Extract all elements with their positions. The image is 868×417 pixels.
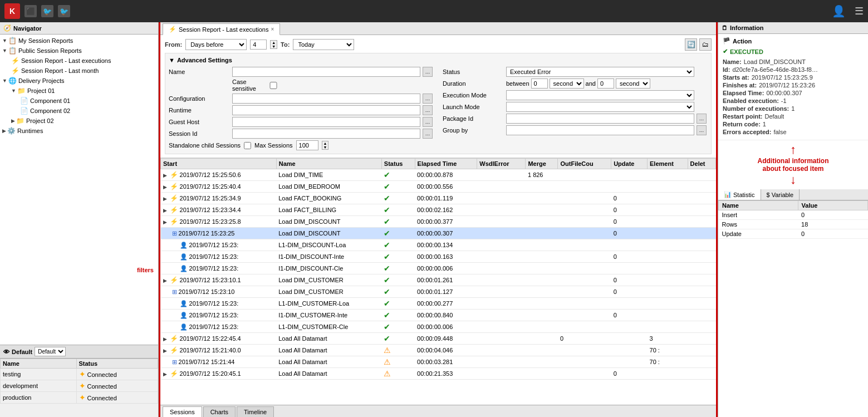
expand-button[interactable]: ▶ [163, 219, 167, 225]
sidebar-item-delivery-projects[interactable]: ▼ 🌐 Delivery Projects [0, 76, 158, 86]
max-sessions-spinner[interactable]: ▲ ▼ [322, 141, 329, 150]
table-row[interactable]: ▶ ⚡ 2019/07/12 15:23:10.1 Load DIM_CUSTO… [161, 274, 716, 286]
package-id-input[interactable] [506, 114, 694, 124]
name-input[interactable] [232, 67, 420, 77]
table-row[interactable]: 👤 2019/07/12 15:23: L1-DIM_CUSTOMER-Cle … [161, 321, 716, 333]
standalone-checkbox[interactable] [244, 142, 251, 149]
sidebar-item-my-session-reports[interactable]: ▼ 📋 My Session Reports [0, 36, 158, 46]
table-row[interactable]: ▶ ⚡ 2019/07/12 15:23:34.4 Load FACT_BILL… [161, 204, 716, 216]
menu-icon[interactable]: ☰ [855, 5, 864, 17]
configuration-input[interactable] [232, 94, 420, 104]
from-select[interactable]: Days before Today Yesterday [185, 39, 247, 50]
duration-from-input[interactable] [531, 79, 548, 89]
sidebar-item-session-report-last-exec[interactable]: ⚡ Session Report - Last executions [0, 56, 158, 66]
session-report-tab[interactable]: ⚡ Session Report - Last executions × [163, 23, 280, 35]
cell-outfile: 0 [558, 333, 611, 345]
second-select-to[interactable]: second minute [616, 79, 650, 89]
table-row[interactable]: 👤 2019/07/12 15:23: L1-DIM_DISCOUNT-Loa … [161, 239, 716, 251]
spin-up[interactable]: ▲ [271, 41, 277, 45]
spin-down[interactable]: ▼ [322, 145, 328, 149]
table-row[interactable]: ▶ ⚡ 2019/07/12 15:21:40.0 Load All Datam… [161, 345, 716, 356]
table-row[interactable]: 👤 2019/07/12 15:23: I1-DIM_DISCOUNT-Inte… [161, 251, 716, 263]
table-row[interactable]: ▶ ⚡ 2019/07/12 15:25:50.6 Load DIM_TIME … [161, 169, 716, 181]
table-row[interactable]: testing ✦ Connected [1, 369, 158, 380]
table-row[interactable]: ⊞ 2019/07/12 15:23:25 Load DIM_DISCOUNT … [161, 228, 716, 239]
sidebar-item-project-01[interactable]: ▼ 📁 Project 01 [0, 86, 158, 96]
group-by-input[interactable] [506, 125, 694, 135]
table-row[interactable]: ▶ ⚡ 2019/07/12 15:23:25.8 Load DIM_DISCO… [161, 216, 716, 228]
user-icon[interactable]: 👤 [832, 4, 846, 18]
sidebar-item-project-02[interactable]: ▶ 📁 Project 02 [0, 116, 158, 126]
sidebar-item-label: Public Session Reports [18, 47, 82, 54]
tab-sessions[interactable]: Sessions [163, 406, 202, 417]
table-row[interactable]: ▶ ⚡ 2019/07/12 15:22:45.4 Load All Datam… [161, 333, 716, 345]
expand-button[interactable]: ▶ [163, 278, 167, 283]
advanced-header[interactable]: ▼ Advanced Settings [169, 57, 708, 63]
sidebar-item-session-report-last-month[interactable]: ⚡ Session Report - Last month [0, 66, 158, 76]
conn-status: ✦ Connected [76, 392, 158, 404]
second-select-from[interactable]: second minute [550, 79, 584, 89]
back-button[interactable]: 🐦 [41, 5, 53, 17]
execution-mode-select[interactable] [506, 90, 694, 100]
name-browse-button[interactable]: … [423, 67, 433, 77]
table-row[interactable]: development ✦ Connected [1, 380, 158, 392]
table-row[interactable]: 👤 2019/07/12 15:23: I1-DIM_DISCOUNT-Cle … [161, 263, 716, 274]
tab-statistic[interactable]: 📊 Statistic [718, 189, 761, 200]
guest-browse-button[interactable]: … [423, 117, 433, 127]
expand-button[interactable]: ▶ [163, 173, 167, 178]
days-spinner[interactable]: ▲ ▼ [270, 40, 277, 49]
refresh-button[interactable]: 🔄 [685, 38, 697, 51]
expand-button[interactable]: ▶ [163, 371, 167, 377]
runtime-input[interactable] [232, 105, 420, 115]
sidebar-item-component-01[interactable]: 📄 Component 01 [0, 96, 158, 106]
expand-button[interactable]: ▶ [163, 196, 167, 202]
expand-button[interactable]: ▶ [163, 208, 167, 213]
stop-button[interactable]: ⬛ [24, 5, 37, 17]
sidebar-item-component-02[interactable]: 📄 Component 02 [0, 106, 158, 116]
tab-close-button[interactable]: × [271, 26, 274, 32]
group-by-row: Group by … [443, 125, 708, 135]
session-browse-button[interactable]: … [423, 129, 433, 139]
max-sessions-input[interactable] [296, 140, 318, 150]
sidebar-item-public-session-reports[interactable]: ▼ 📋 Public Session Reports [0, 46, 158, 56]
status-select[interactable]: Default [35, 347, 66, 356]
table-row[interactable]: 👤 2019/07/12 15:23: L1-DIM_CUSTOMER-Loa … [161, 298, 716, 310]
session-id-input[interactable] [232, 129, 420, 139]
tab-variable[interactable]: $ Variable [761, 189, 800, 200]
launch-mode-select[interactable] [506, 102, 694, 112]
col-start: Start [161, 159, 277, 169]
expand-button[interactable]: ▶ [163, 184, 167, 190]
runtime-browse-button[interactable]: … [423, 105, 433, 115]
duration-to-input[interactable] [597, 79, 614, 89]
grid-button[interactable]: 🗂 [699, 38, 712, 51]
days-input[interactable] [250, 40, 267, 50]
expand-button[interactable]: ▶ [163, 348, 167, 354]
forward-button[interactable]: 🐦 [58, 5, 70, 17]
table-row[interactable]: ⊞ 2019/07/12 15:21:44 Load All Datamart … [161, 356, 716, 368]
sidebar-item-runtimes[interactable]: ▶ ⚙️ Runtimes [0, 126, 158, 136]
sessions-table-wrapper[interactable]: Start Name Status Elapsed Time WsdlError… [160, 158, 716, 405]
status-select-filter[interactable]: Executed Error Executed OK Running Waiti… [506, 67, 694, 77]
cell-merge [526, 321, 558, 333]
group-browse-button[interactable]: … [697, 125, 707, 135]
tab-charts[interactable]: Charts [203, 406, 236, 417]
spin-down[interactable]: ▼ [271, 45, 277, 48]
package-browse-button[interactable]: … [697, 114, 707, 124]
table-row[interactable]: ▶ ⚡ 2019/07/12 15:20:45.1 Load All Datam… [161, 368, 716, 380]
info-panel-header: 🗒 Information [718, 22, 868, 34]
spin-up[interactable]: ▲ [322, 141, 328, 145]
case-checkbox[interactable] [268, 82, 279, 89]
cell-name: L1-DIM_CUSTOMER-Loa [276, 298, 381, 310]
table-row[interactable]: 👤 2019/07/12 15:23: I1-DIM_CUSTOMER-Inte… [161, 310, 716, 321]
table-row[interactable]: ▶ ⚡ 2019/07/12 15:25:34.9 Load FACT_BOOK… [161, 193, 716, 204]
table-row[interactable]: production ✦ Connected [1, 392, 158, 404]
to-select[interactable]: Today Yesterday [293, 39, 354, 50]
table-row[interactable]: ▶ ⚡ 2019/07/12 15:25:40.4 Load DIM_BEDRO… [161, 181, 716, 193]
cell-status: ✔ [381, 274, 415, 286]
table-row[interactable]: ⊞ 2019/07/12 15:23:10 Load DIM_CUSTOMER … [161, 286, 716, 298]
config-browse-button[interactable]: … [423, 94, 433, 104]
guest-host-input[interactable] [232, 117, 420, 127]
tab-timeline[interactable]: Timeline [237, 406, 274, 417]
cell-elapsed: 00:00:01.127 [415, 286, 477, 298]
expand-button[interactable]: ▶ [163, 336, 167, 342]
